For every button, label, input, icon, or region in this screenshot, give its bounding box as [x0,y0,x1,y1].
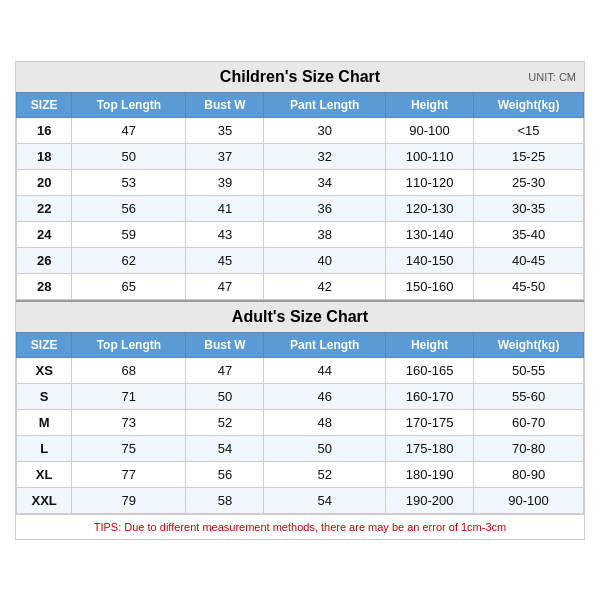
table-cell: 30 [264,117,386,143]
table-cell: 50 [72,143,186,169]
table-cell: 50 [264,435,386,461]
table-cell: 50 [186,383,264,409]
table-cell: 22 [17,195,72,221]
table-cell: 54 [186,435,264,461]
table-cell: 90-100 [474,487,584,513]
table-cell: 55-60 [474,383,584,409]
table-cell: 26 [17,247,72,273]
table-row: L755450175-18070-80 [17,435,584,461]
table-cell: 40 [264,247,386,273]
size-chart-container: Children's Size Chart UNIT: CM SIZE Top … [15,61,585,540]
table-cell: 80-90 [474,461,584,487]
table-cell: 32 [264,143,386,169]
table-row: S715046160-17055-60 [17,383,584,409]
table-cell: 50-55 [474,357,584,383]
table-cell: 25-30 [474,169,584,195]
table-cell: 65 [72,273,186,299]
table-cell: 47 [72,117,186,143]
col-bust-w: Bust W [186,92,264,117]
table-cell: 47 [186,357,264,383]
adult-col-height: Height [386,332,474,357]
table-cell: XS [17,357,72,383]
adult-col-weight: Weight(kg) [474,332,584,357]
tips-row: TIPS: Due to different measurement metho… [16,514,584,539]
children-tbody: 1647353090-100<1518503732100-11015-25205… [17,117,584,299]
table-row: 24594338130-14035-40 [17,221,584,247]
table-cell: 44 [264,357,386,383]
table-row: 28654742150-16045-50 [17,273,584,299]
table-cell: 52 [264,461,386,487]
table-cell: 140-150 [386,247,474,273]
table-cell: 34 [264,169,386,195]
col-height: Height [386,92,474,117]
table-cell: S [17,383,72,409]
col-weight: Weight(kg) [474,92,584,117]
table-row: 26624540140-15040-45 [17,247,584,273]
table-cell: 110-120 [386,169,474,195]
table-row: XS684744160-16550-55 [17,357,584,383]
table-cell: 46 [264,383,386,409]
table-cell: 38 [264,221,386,247]
table-row: 1647353090-100<15 [17,117,584,143]
adult-col-size: SIZE [17,332,72,357]
col-top-length: Top Length [72,92,186,117]
table-cell: 190-200 [386,487,474,513]
table-row: 20533934110-12025-30 [17,169,584,195]
table-cell: 130-140 [386,221,474,247]
table-cell: 43 [186,221,264,247]
table-cell: 100-110 [386,143,474,169]
adult-col-pant-length: Pant Length [264,332,386,357]
children-table: SIZE Top Length Bust W Pant Length Heigh… [16,92,584,300]
table-cell: 35-40 [474,221,584,247]
table-cell: 47 [186,273,264,299]
table-cell: 70-80 [474,435,584,461]
table-cell: 160-165 [386,357,474,383]
table-cell: 56 [186,461,264,487]
table-cell: 160-170 [386,383,474,409]
table-cell: 60-70 [474,409,584,435]
table-cell: 48 [264,409,386,435]
table-cell: 77 [72,461,186,487]
adult-tbody: XS684744160-16550-55S715046160-17055-60M… [17,357,584,513]
table-cell: 20 [17,169,72,195]
table-cell: 175-180 [386,435,474,461]
table-cell: 58 [186,487,264,513]
adult-title-row: Adult's Size Chart [16,300,584,332]
table-row: XXL795854190-20090-100 [17,487,584,513]
table-cell: 75 [72,435,186,461]
table-row: XL775652180-19080-90 [17,461,584,487]
table-cell: 45-50 [474,273,584,299]
table-cell: 40-45 [474,247,584,273]
table-cell: 90-100 [386,117,474,143]
table-cell: 150-160 [386,273,474,299]
table-cell: 45 [186,247,264,273]
table-cell: 120-130 [386,195,474,221]
children-title-row: Children's Size Chart UNIT: CM [16,62,584,92]
table-cell: 59 [72,221,186,247]
table-cell: 180-190 [386,461,474,487]
col-pant-length: Pant Length [264,92,386,117]
table-row: M735248170-17560-70 [17,409,584,435]
table-cell: 54 [264,487,386,513]
table-cell: 53 [72,169,186,195]
table-cell: 52 [186,409,264,435]
adult-title: Adult's Size Chart [16,308,584,326]
table-cell: 170-175 [386,409,474,435]
table-cell: 30-35 [474,195,584,221]
unit-label: UNIT: CM [528,71,576,83]
table-cell: 56 [72,195,186,221]
table-cell: 36 [264,195,386,221]
children-title: Children's Size Chart [16,68,584,86]
table-cell: 16 [17,117,72,143]
table-cell: 35 [186,117,264,143]
table-cell: <15 [474,117,584,143]
table-row: 18503732100-11015-25 [17,143,584,169]
table-cell: XXL [17,487,72,513]
table-cell: 28 [17,273,72,299]
adult-col-bust-w: Bust W [186,332,264,357]
table-cell: L [17,435,72,461]
adult-header-row: SIZE Top Length Bust W Pant Length Heigh… [17,332,584,357]
table-cell: 73 [72,409,186,435]
tips-text: TIPS: Due to different measurement metho… [94,521,506,533]
adult-table: SIZE Top Length Bust W Pant Length Heigh… [16,332,584,514]
